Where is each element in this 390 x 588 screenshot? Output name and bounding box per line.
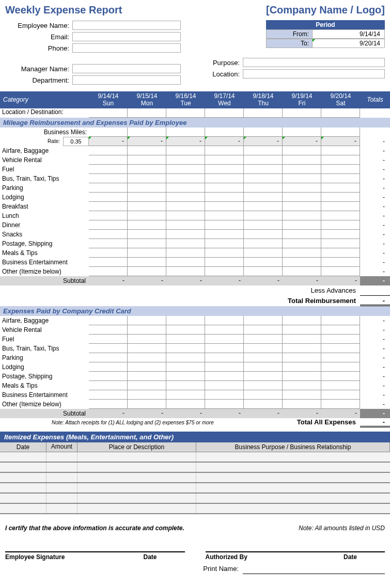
- cell[interactable]: [205, 344, 244, 353]
- cell[interactable]: [244, 202, 283, 211]
- cell[interactable]: [283, 381, 321, 390]
- cell[interactable]: [205, 230, 244, 239]
- cell[interactable]: [89, 193, 128, 202]
- cell[interactable]: [244, 267, 283, 276]
- cell[interactable]: [128, 128, 166, 137]
- cell[interactable]: [321, 267, 360, 276]
- cell[interactable]: [89, 155, 128, 165]
- cell[interactable]: [89, 183, 128, 193]
- cell[interactable]: [321, 128, 360, 137]
- cell[interactable]: [128, 335, 166, 344]
- cell[interactable]: [244, 146, 283, 155]
- cell[interactable]: [128, 155, 166, 165]
- cell[interactable]: [283, 193, 321, 202]
- cell[interactable]: [321, 193, 360, 202]
- purpose-input[interactable]: [243, 58, 385, 67]
- cell[interactable]: [244, 155, 283, 165]
- cell[interactable]: [128, 193, 166, 202]
- cell[interactable]: [321, 344, 360, 353]
- cell[interactable]: [166, 344, 205, 353]
- cell[interactable]: [128, 248, 166, 258]
- cell[interactable]: [283, 108, 321, 118]
- cell[interactable]: [89, 258, 128, 267]
- cell[interactable]: [89, 325, 128, 335]
- cell[interactable]: [244, 220, 283, 230]
- cell[interactable]: [283, 183, 321, 193]
- cell[interactable]: [283, 165, 321, 174]
- cell[interactable]: [205, 146, 244, 155]
- cell[interactable]: [89, 400, 128, 409]
- cell[interactable]: [321, 316, 360, 325]
- cell[interactable]: [321, 239, 360, 248]
- cell[interactable]: [205, 155, 244, 165]
- cell[interactable]: [166, 174, 205, 183]
- email-input[interactable]: [72, 32, 181, 41]
- cell[interactable]: [244, 400, 283, 409]
- phone-input[interactable]: [72, 43, 181, 53]
- cell[interactable]: [89, 390, 128, 400]
- cell[interactable]: [321, 325, 360, 335]
- cell[interactable]: [128, 220, 166, 230]
- cell[interactable]: [128, 362, 166, 372]
- cell[interactable]: [128, 390, 166, 400]
- cell[interactable]: [128, 316, 166, 325]
- cell[interactable]: [205, 128, 244, 137]
- cell[interactable]: [321, 165, 360, 174]
- cell[interactable]: [166, 335, 205, 344]
- cell[interactable]: [128, 183, 166, 193]
- cell[interactable]: [321, 220, 360, 230]
- cell[interactable]: [283, 390, 321, 400]
- cell[interactable]: [166, 362, 205, 372]
- cell[interactable]: [89, 362, 128, 372]
- cell[interactable]: [244, 381, 283, 390]
- cell[interactable]: [205, 220, 244, 230]
- cell[interactable]: [321, 372, 360, 381]
- cell[interactable]: [244, 344, 283, 353]
- cell[interactable]: [128, 165, 166, 174]
- cell[interactable]: [321, 230, 360, 239]
- cell[interactable]: [128, 400, 166, 409]
- cell[interactable]: [166, 267, 205, 276]
- cell[interactable]: [244, 248, 283, 258]
- cell[interactable]: [283, 220, 321, 230]
- cell[interactable]: [205, 239, 244, 248]
- cell[interactable]: [166, 211, 205, 220]
- cell[interactable]: [89, 146, 128, 155]
- cell[interactable]: [283, 362, 321, 372]
- cell[interactable]: [244, 230, 283, 239]
- cell[interactable]: [89, 220, 128, 230]
- cell[interactable]: [128, 202, 166, 211]
- itemized-row[interactable]: [0, 483, 390, 494]
- cell[interactable]: [128, 174, 166, 183]
- cell[interactable]: [128, 108, 166, 118]
- cell[interactable]: [321, 202, 360, 211]
- less-advances-value[interactable]: [360, 285, 390, 296]
- cell[interactable]: [283, 267, 321, 276]
- itemized-row[interactable]: [0, 452, 390, 463]
- cell[interactable]: [205, 390, 244, 400]
- cell[interactable]: [89, 335, 128, 344]
- cell[interactable]: [244, 372, 283, 381]
- cell[interactable]: [128, 146, 166, 155]
- cell[interactable]: [166, 239, 205, 248]
- cell[interactable]: [166, 258, 205, 267]
- cell[interactable]: [205, 248, 244, 258]
- cell[interactable]: [205, 362, 244, 372]
- cell[interactable]: [244, 353, 283, 362]
- cell[interactable]: [283, 202, 321, 211]
- cell[interactable]: [321, 155, 360, 165]
- cell[interactable]: [205, 183, 244, 193]
- cell[interactable]: [205, 353, 244, 362]
- cell[interactable]: [321, 353, 360, 362]
- cell[interactable]: [321, 335, 360, 344]
- cell[interactable]: [128, 325, 166, 335]
- cell[interactable]: [166, 165, 205, 174]
- cell[interactable]: [166, 372, 205, 381]
- print-name-input[interactable]: [243, 565, 385, 574]
- cell[interactable]: [244, 258, 283, 267]
- cell[interactable]: [89, 108, 128, 118]
- cell[interactable]: [244, 316, 283, 325]
- cell[interactable]: [89, 230, 128, 239]
- cell[interactable]: [244, 362, 283, 372]
- cell[interactable]: [205, 174, 244, 183]
